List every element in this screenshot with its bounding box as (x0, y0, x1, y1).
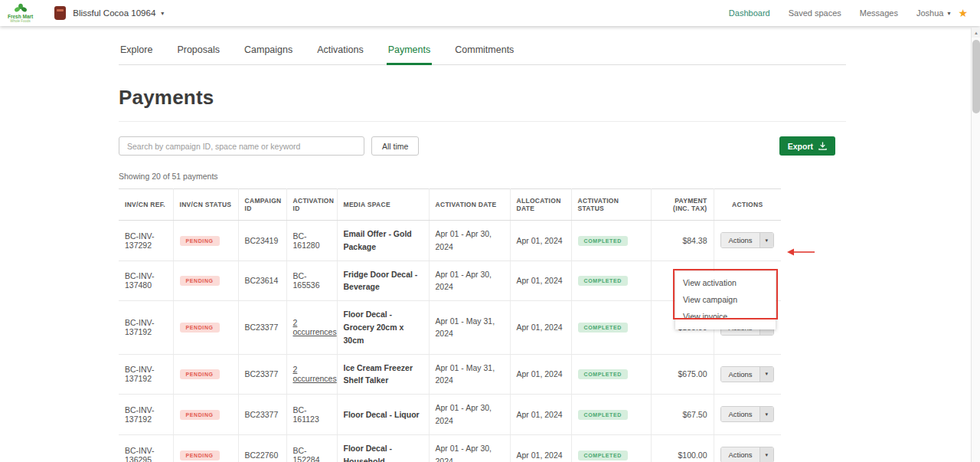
campaign-id-cell: BC23377 (238, 301, 286, 354)
tab-payments[interactable]: Payments (387, 44, 433, 64)
payment-cell: $67.50 (651, 395, 714, 435)
column-header: INV/CN REF. (119, 189, 173, 221)
activation-id-cell: 2 occurrences (286, 301, 337, 354)
logo-subtext: Whole Foods (10, 20, 31, 24)
table-header: INV/CN REF.INV/CN STATUSCAMPAIGN IDACTIV… (119, 189, 781, 221)
actions-button[interactable]: Actions▾ (720, 232, 774, 248)
workspace-selector[interactable]: Blissful Cocoa 10964 ▾ (73, 8, 164, 18)
tab-proposals[interactable]: Proposals (175, 44, 221, 64)
actions-button[interactable]: Actions▾ (720, 447, 774, 462)
topnav-messages[interactable]: Messages (860, 8, 898, 18)
table-row: BC-INV-137292PENDINGBC23419BC-161280Emai… (119, 221, 781, 261)
export-button[interactable]: Export (779, 136, 835, 156)
actions-cell: Actions▾ (714, 221, 781, 261)
activation-status-cell: COMPLETED (571, 395, 651, 435)
menu-item-view-campaign[interactable]: View campaign (675, 292, 776, 309)
table-header-row: INV/CN REF.INV/CN STATUSCAMPAIGN IDACTIV… (119, 189, 781, 221)
allocation-date-cell: Apr 01, 2024 (510, 395, 571, 435)
allocation-date-cell: Apr 01, 2024 (510, 354, 571, 395)
chevron-down-icon[interactable]: ▾ (760, 447, 774, 462)
activation-id-cell: BC-161123 (286, 395, 337, 435)
topnav-saved-spaces[interactable]: Saved spaces (789, 8, 841, 18)
inv-status-badge: PENDING (180, 369, 220, 379)
page-title: Payments (119, 86, 980, 110)
table-row: BC-INV-137192PENDINGBC233772 occurrences… (119, 354, 781, 395)
topnav-dashboard[interactable]: Dashboard (729, 8, 770, 18)
activation-status-badge: COMPLETED (578, 323, 628, 333)
inv-status-cell: PENDING (173, 434, 238, 462)
media-space-cell: Email Offer - Gold Package (337, 221, 429, 261)
chevron-down-icon: ▾ (161, 10, 164, 17)
tabs: ExploreProposalsCampaignsActivationsPaym… (119, 44, 846, 65)
payment-cell: $84.38 (651, 221, 714, 261)
time-filter-button[interactable]: All time (371, 136, 419, 156)
scrollbar[interactable]: ▲ (971, 28, 980, 462)
column-header: ACTIVATION STATUS (571, 189, 651, 221)
actions-button-label: Actions (721, 407, 759, 421)
topnav: DashboardSaved spacesMessagesJoshua▾ (729, 8, 951, 18)
actions-button[interactable]: Actions▾ (720, 406, 774, 422)
inv-ref-cell: BC-INV-137292 (119, 221, 173, 261)
chevron-down-icon: ▾ (947, 10, 950, 17)
menu-item-view-invoice[interactable]: View invoice (675, 309, 776, 326)
campaign-id-cell: BC23419 (238, 221, 286, 261)
activation-status-badge: COMPLETED (578, 276, 628, 286)
workspace-brand-icon (54, 6, 66, 20)
inv-ref-cell: BC-INV-137480 (119, 260, 173, 301)
inv-status-cell: PENDING (173, 260, 238, 301)
activation-id-cell: 2 occurrences (286, 354, 337, 395)
tab-commitments[interactable]: Commitments (453, 44, 515, 64)
column-header: PAYMENT (INC. TAX) (651, 189, 714, 221)
actions-button-label: Actions (721, 233, 759, 247)
activation-status-cell: COMPLETED (571, 434, 651, 462)
results-summary: Showing 20 of 51 payments (119, 172, 980, 181)
tab-campaigns[interactable]: Campaigns (243, 44, 294, 64)
activation-status-badge: COMPLETED (578, 451, 628, 460)
activation-id-cell: BC-161280 (286, 221, 337, 261)
topnav-joshua[interactable]: Joshua▾ (916, 8, 951, 18)
inv-status-cell: PENDING (173, 301, 238, 354)
activation-id-cell: BC-152284 (286, 434, 337, 462)
column-header: INV/CN STATUS (173, 189, 238, 221)
payment-cell: $100.00 (651, 434, 714, 462)
activation-date-cell: Apr 01 - May 31, 2024 (429, 301, 510, 354)
tab-activations[interactable]: Activations (315, 44, 364, 64)
occurrences-link[interactable]: 2 occurrences (293, 318, 337, 336)
divider (119, 121, 846, 122)
allocation-date-cell: Apr 01, 2024 (510, 260, 571, 301)
occurrences-link[interactable]: 2 occurrences (293, 365, 337, 383)
payments-table-body: BC-INV-137292PENDINGBC23419BC-161280Emai… (119, 221, 781, 462)
activation-date-cell: Apr 01 - Apr 30, 2024 (429, 434, 510, 462)
inv-status-badge: PENDING (180, 323, 220, 333)
inv-status-badge: PENDING (180, 236, 220, 246)
chevron-down-icon[interactable]: ▾ (760, 407, 774, 421)
allocation-date-cell: Apr 01, 2024 (510, 221, 571, 261)
chevron-down-icon[interactable]: ▾ (760, 367, 774, 382)
media-space-cell: Floor Decal - Grocery 20cm x 30cm (337, 301, 429, 354)
search-input[interactable] (119, 136, 364, 156)
inv-ref-cell: BC-INV-137192 (119, 395, 173, 435)
star-icon[interactable]: ★ (958, 8, 968, 18)
column-header: ACTIVATION DATE (429, 189, 510, 221)
fresh-mart-logo[interactable]: Fresh Mart Whole Foods (8, 3, 33, 23)
media-space-cell: Fridge Door Decal - Beverage (337, 260, 429, 301)
scrollbar-thumb[interactable] (972, 40, 980, 113)
actions-button-label: Actions (721, 447, 759, 462)
activation-status-cell: COMPLETED (571, 221, 651, 261)
media-space-cell: Floor Decal - Liquor (337, 395, 429, 435)
actions-button[interactable]: Actions▾ (720, 366, 774, 382)
activation-status-badge: COMPLETED (578, 410, 628, 420)
scrollbar-up-icon[interactable]: ▲ (972, 28, 980, 38)
download-icon (818, 142, 827, 150)
activation-status-cell: COMPLETED (571, 260, 651, 301)
column-header: MEDIA SPACE (337, 189, 429, 221)
activation-date-cell: Apr 01 - Apr 30, 2024 (429, 260, 510, 301)
tab-explore[interactable]: Explore (119, 44, 154, 64)
workspace-name: Blissful Cocoa 10964 (73, 8, 155, 18)
activation-status-cell: COMPLETED (571, 354, 651, 395)
actions-button-label: Actions (721, 367, 759, 382)
chevron-down-icon[interactable]: ▾ (760, 233, 774, 247)
activation-date-cell: Apr 01 - May 31, 2024 (429, 354, 510, 395)
menu-item-view-activation[interactable]: View activation (675, 275, 776, 292)
actions-cell: Actions▾ (714, 395, 781, 435)
